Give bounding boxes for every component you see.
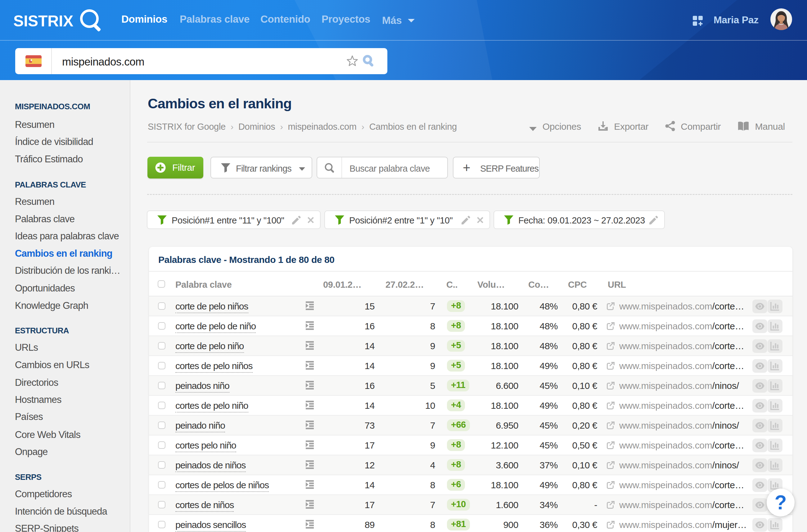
- svg-text:?: ?: [774, 491, 787, 514]
